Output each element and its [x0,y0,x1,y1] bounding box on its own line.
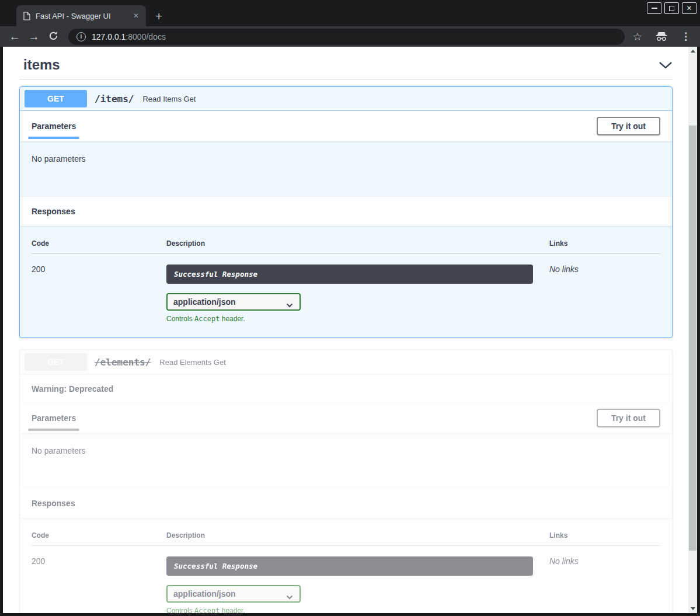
responses-table-header: Code Description Links [32,238,660,254]
incognito-icon [655,32,668,41]
scrollbar-thumb[interactable] [689,126,696,551]
col-header-code: Code [32,531,166,540]
endpoint-summary: Read Elements Get [159,358,225,367]
back-button[interactable]: ← [7,31,22,42]
accept-note-text: Controls [166,315,194,323]
no-parameters-text: No parameters [32,446,86,455]
browser-menu-icon[interactable]: ⋮ [681,32,691,41]
accept-note-code: Accept [194,607,220,613]
select-chevron-icon [286,300,293,309]
col-header-description: Description [166,531,549,540]
accept-note-code: Accept [194,315,220,323]
opblock-get-elements-deprecated: GET /elements/ Read Elements Get Warning… [19,350,673,613]
parameters-header: Parameters Try it out [20,111,672,141]
col-header-code: Code [32,239,166,248]
endpoint-path[interactable]: /items/ [95,93,134,105]
tag-section-header[interactable]: items [19,52,673,76]
page-scrollbar[interactable] [688,47,697,613]
url-path: :8000/docs [126,32,166,41]
responses-title: Responses [32,207,75,216]
method-badge: GET [25,90,87,107]
url-text[interactable]: 127.0.0.1:8000/docs [92,32,166,41]
responses-title: Responses [32,499,75,508]
responses-header: Responses [20,489,672,518]
accept-header-note: Controls Accept header. [166,607,533,613]
maximize-button[interactable] [664,2,679,14]
tab-title: Fast API - Swagger UI [36,12,126,20]
accept-note-text: Controls [166,607,194,613]
response-code: 200 [32,556,166,613]
col-header-links: Links [549,239,660,248]
opblock-get-items: GET /items/ Read Items Get Parameters Tr… [19,86,673,338]
page-content: items GET /items/ Read Items Get Paramet… [3,47,697,613]
browser-tab-strip: Fast API - Swagger UI ✕ + ✕ [0,0,700,26]
close-button[interactable]: ✕ [682,2,696,14]
tag-title: items [23,57,60,73]
col-header-links: Links [549,531,660,540]
responses-table: Code Description Links 200 Successful Re… [20,518,672,613]
minimize-icon [652,8,657,9]
media-type-select[interactable]: application/json [166,293,301,311]
response-row: 200 Successful Response application/json [32,546,660,613]
opblock-summary[interactable]: GET /elements/ Read Elements Get [20,350,672,374]
accept-note-tail: header. [220,315,245,323]
select-chevron-icon [286,592,293,601]
maximize-icon [669,6,674,11]
bookmark-star-icon[interactable]: ☆ [633,32,642,42]
chevron-down-icon[interactable] [659,61,673,69]
parameters-body: No parameters [20,433,672,489]
endpoint-path[interactable]: /elements/ [95,357,151,368]
response-description: Successful Response [166,556,533,576]
no-parameters-text: No parameters [32,154,86,163]
responses-table: Code Description Links 200 Successful Re… [20,226,672,337]
scroll-down-icon[interactable] [691,607,695,610]
responses-header: Responses [20,197,672,226]
response-description: Successful Response [166,265,533,284]
minimize-button[interactable] [647,2,661,14]
media-type-value: application/json [173,589,236,598]
url-host: 127.0.0.1 [92,32,126,41]
close-icon: ✕ [686,5,692,12]
browser-toolbar: ← → i 127.0.0.1:8000/docs ☆ ⋮ [0,26,700,47]
site-info-icon[interactable]: i [76,32,86,41]
reload-button[interactable] [46,31,61,43]
page-icon [23,12,30,20]
response-links: No links [549,556,660,613]
address-bar[interactable]: i 127.0.0.1:8000/docs [68,29,625,45]
parameters-header: Parameters Try it out [20,403,672,433]
accept-header-note: Controls Accept header. [166,315,533,323]
tab-parameters[interactable]: Parameters [32,413,76,423]
forward-button[interactable]: → [26,31,41,42]
scroll-up-icon[interactable] [691,50,695,53]
tab-close-icon[interactable]: ✕ [131,11,141,21]
media-type-value: application/json [173,297,236,307]
response-links: No links [549,265,660,323]
method-badge: GET [25,353,87,371]
opblock-summary[interactable]: GET /items/ Read Items Get [20,87,672,111]
response-row: 200 Successful Response application/json [32,254,660,323]
responses-table-header: Code Description Links [32,530,660,546]
toolbar-right-icons: ☆ ⋮ [633,32,691,42]
section-divider [19,79,673,79]
window-controls: ✕ [647,2,696,14]
media-type-select[interactable]: application/json [166,585,301,603]
tab-parameters[interactable]: Parameters [32,121,76,131]
deprecated-warning: Warning: Deprecated [20,374,672,403]
col-header-description: Description [166,239,549,248]
parameters-body: No parameters [20,141,672,197]
try-it-out-button[interactable]: Try it out [597,117,660,135]
try-it-out-button[interactable]: Try it out [597,409,660,427]
browser-tab[interactable]: Fast API - Swagger UI ✕ [16,5,146,26]
new-tab-button[interactable]: + [155,10,162,22]
endpoint-summary: Read Items Get [142,95,196,103]
accept-note-tail: header. [220,607,245,613]
response-code: 200 [32,265,166,323]
